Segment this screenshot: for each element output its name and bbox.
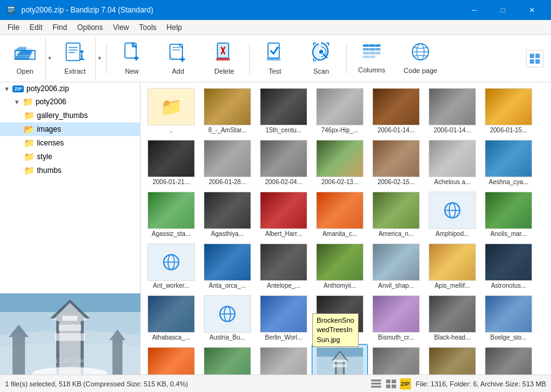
menu-item-options[interactable]: Options: [72, 22, 107, 33]
delete-button[interactable]: Delete: [202, 37, 247, 80]
list-item[interactable]: 8_-_AmStar...: [199, 85, 256, 137]
list-item[interactable]: Austria_Bu...: [199, 292, 256, 344]
tree-item-zip[interactable]: ▼ ZIP poty2006.zip: [0, 82, 140, 95]
list-item[interactable]: Agasthiya...: [199, 189, 256, 240]
gallery-folder-icon: 📁: [24, 110, 34, 120]
view-toggle-button[interactable]: [526, 50, 544, 67]
extract-dropdown-arrow[interactable]: ▼: [95, 37, 104, 80]
codepage-button[interactable]: Code page: [395, 37, 445, 80]
list-item[interactable]: 2006-02-13...: [312, 137, 368, 189]
list-item[interactable]: Amphipod...: [424, 189, 480, 240]
list-item[interactable]: Achelous a...: [424, 137, 480, 189]
list-item[interactable]: Anthomyii...: [312, 240, 368, 292]
list-item[interactable]: British_Mus...: [256, 344, 312, 375]
list-item[interactable]: 2006-01-28...: [199, 137, 256, 189]
scan-button[interactable]: Scan: [299, 37, 344, 80]
list-item[interactable]: Albert_Harr...: [256, 189, 312, 240]
test-button[interactable]: Test: [252, 37, 297, 80]
menu-item-edit[interactable]: Edit: [24, 22, 47, 33]
list-item[interactable]: Anta_orca_...: [199, 240, 256, 292]
file-name: Apis_mellif...: [435, 282, 470, 289]
svg-rect-67: [392, 385, 396, 388]
list-item[interactable]: Antelope_...: [256, 240, 312, 292]
list-item[interactable]: Athabasca_...: [143, 292, 199, 344]
file-list[interactable]: 📁 .. 8_-_AmStar... 15th_centu... 746px-H…: [141, 82, 551, 375]
list-item[interactable]: Anolis_mar...: [480, 189, 537, 240]
tree-item-style[interactable]: 📁 style: [0, 150, 140, 164]
tree-item-gallery[interactable]: 📁 gallery_thumbs: [0, 109, 140, 122]
list-item[interactable]: Astronotus...: [480, 240, 537, 292]
file-thumbnail: [260, 140, 307, 177]
file-thumbnail: [147, 192, 195, 229]
list-item[interactable]: Berlin_Worl...: [256, 292, 312, 344]
list-item[interactable]: 2006-01-21...: [143, 137, 199, 189]
list-item[interactable]: 2006-01-15...: [480, 85, 537, 137]
open-dropdown-arrow[interactable]: ▼: [45, 37, 54, 80]
list-item[interactable]: Bismuth_cr...: [368, 292, 424, 344]
list-item[interactable]: 2006-01-14...: [424, 85, 480, 137]
list-item[interactable]: 2006-02-04...: [256, 137, 312, 189]
file-name: Anolis_mar...: [490, 230, 527, 237]
list-item[interactable]: Aeshna_cya...: [480, 137, 537, 189]
menu-item-help[interactable]: Help: [162, 22, 187, 33]
tree-item-images[interactable]: 📂 images: [0, 122, 140, 136]
tree-item-gallery-label: gallery_thumbs: [37, 111, 87, 120]
menu-item-file[interactable]: File: [2, 22, 24, 33]
maximize-button[interactable]: □: [489, 0, 517, 20]
new-button[interactable]: New: [109, 37, 154, 80]
file-thumbnail: [429, 243, 476, 281]
list-item[interactable]: Boelge_sto...: [480, 292, 537, 344]
list-item[interactable]: Brooklyn_B...: [368, 344, 424, 375]
tree-item-images-label: images: [37, 125, 61, 134]
menu-item-tools[interactable]: Tools: [134, 22, 162, 33]
file-name: 2006-02-15...: [377, 179, 415, 185]
tree-item-poty2006[interactable]: ▼ 📁 poty2006: [0, 95, 140, 109]
list-item[interactable]: 2006-01-14...: [368, 85, 424, 137]
view-grid-icon[interactable]: [385, 378, 397, 390]
list-item[interactable]: Amanita_c...: [312, 189, 368, 240]
file-thumbnail: [204, 88, 251, 125]
close-button[interactable]: ✕: [517, 0, 546, 20]
list-item[interactable]: Brazilian_N...: [143, 344, 199, 375]
tree-item-thumbs[interactable]: 📁 thumbs: [0, 164, 140, 177]
list-item[interactable]: Bull_Milita...: [480, 344, 537, 375]
list-item[interactable]: Bridge_Alc...: [199, 344, 256, 375]
list-item[interactable]: 2006-02-15...: [368, 137, 424, 189]
list-item[interactable]: Bugg_...: [424, 344, 480, 375]
file-thumbnail: [260, 243, 307, 281]
list-item[interactable]: 📁 ..: [143, 85, 199, 137]
list-item[interactable]: 746px-Hip_...: [312, 85, 368, 137]
poty2006-folder-icon: 📁: [22, 97, 33, 107]
file-name: Austria_Bu...: [209, 334, 245, 341]
file-tooltip: BrockenSnowedTreesInSun.jpg: [312, 313, 359, 347]
list-item[interactable]: Agassiz_sta...: [143, 189, 199, 240]
file-thumbnail: [429, 295, 476, 333]
file-name: Achelous a...: [434, 179, 470, 185]
list-item[interactable]: Ant_worker...: [143, 240, 199, 292]
columns-button[interactable]: Columns: [349, 37, 394, 80]
open-button[interactable]: Open: [5, 37, 45, 80]
menu-item-find[interactable]: Find: [47, 22, 72, 33]
add-button[interactable]: Add: [156, 37, 201, 80]
svg-rect-9: [69, 52, 75, 53]
menu-item-view[interactable]: View: [108, 22, 134, 33]
file-name: Black-head...: [434, 334, 470, 341]
scan-label: Scan: [313, 67, 329, 75]
svg-rect-66: [386, 385, 390, 388]
list-item[interactable]: Black-head...: [424, 292, 480, 344]
minimize-button[interactable]: ─: [460, 0, 489, 20]
list-item[interactable]: Apis_mellif...: [424, 240, 480, 292]
list-item[interactable]: Anvil_shap...: [368, 240, 424, 292]
file-name: Amanita_c...: [322, 230, 357, 237]
view-list-icon[interactable]: [370, 378, 382, 390]
list-item[interactable]: America_n...: [368, 189, 424, 240]
file-thumbnail: [429, 347, 476, 375]
app-icon: [5, 4, 17, 16]
zip-file-icon: ZIP: [12, 86, 24, 92]
list-item[interactable]: 15th_centu...: [256, 85, 312, 137]
tree-item-licenses[interactable]: 📁 licenses: [0, 136, 140, 150]
file-name: 2006-01-21...: [152, 179, 190, 185]
file-grid: 📁 .. 8_-_AmStar... 15th_centu... 746px-H…: [143, 85, 549, 375]
list-item-brockensno[interactable]: BrockenSno... BrockenSnowedTreesInSun.jp…: [312, 344, 368, 375]
extract-button[interactable]: Extract: [55, 37, 95, 80]
